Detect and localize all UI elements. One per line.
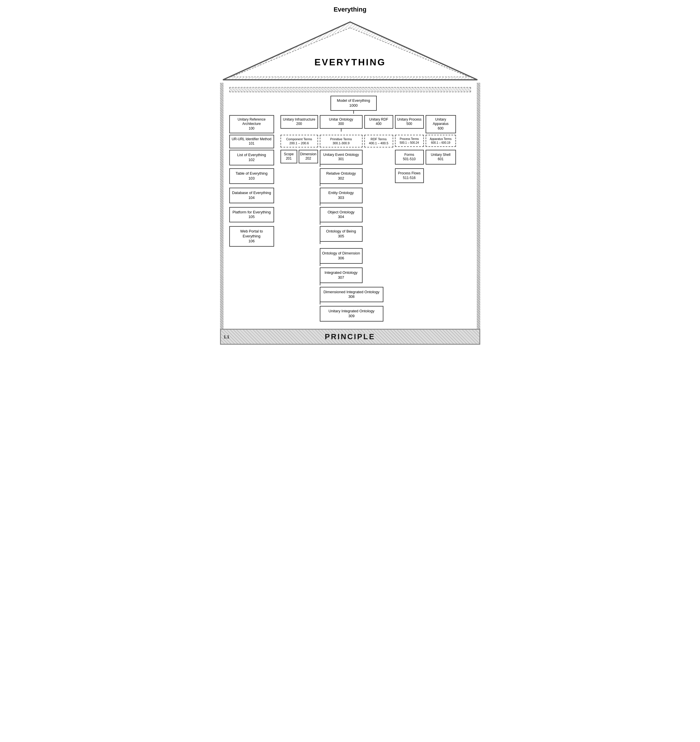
apparatus-terms-box: Apparatus Terms 600.1 – 600.19 — [426, 135, 456, 147]
relative-ontology-box: Relative Ontology 302 — [320, 168, 363, 184]
table-everything-box: Table of Everything 103 — [229, 168, 274, 184]
unitary-event-ontology-box: Unitary Event Ontology 301 — [320, 150, 363, 165]
page-title: Everything — [220, 6, 480, 13]
model-everything-box: Model of Everything 1000 — [331, 96, 377, 111]
roof: EVERYTHING — [220, 19, 480, 83]
primitive-terms-box: Primitive Terms 300.1-300.9 — [320, 135, 363, 148]
integrated-ontology-box: Integrated Ontology 307 — [320, 268, 363, 283]
dimension-box: Dimension 202 — [299, 150, 318, 163]
dimensioned-integrated-box: Dimensioned Integrated Ontology 308 — [320, 287, 383, 302]
ur-url-box: UR-URL Identifier Method 101 — [229, 135, 274, 148]
list-everything-box: List of Everything 102 — [229, 150, 274, 165]
svg-text:EVERYTHING: EVERYTHING — [314, 57, 386, 68]
foundation-label: PRINCIPLE — [325, 332, 375, 341]
unitar-ontology-box: Unitar Ontology 300 — [320, 115, 363, 129]
foundation-version: 1.1 — [224, 334, 229, 339]
object-ontology-box: Object Ontology 304 — [320, 207, 363, 223]
house-diagram: EVERYTHING Model of Everything 1000 — [220, 19, 480, 344]
unitary-rdf-box: Unitary RDF 400 — [364, 115, 393, 129]
unitary-ref-arch-box: Unitary Reference Architecture 100 — [229, 115, 274, 133]
platform-everything-box: Platform for Everything 105 — [229, 207, 274, 223]
unitary-process-box: Unitary Process 500 — [395, 115, 424, 129]
rdf-terms-box: RDF Terms 400.1 – 400.5 — [364, 135, 393, 148]
scope-box: Scope 201 — [281, 150, 297, 163]
forms-box: Forms 501-510 — [395, 150, 424, 165]
svg-marker-2 — [232, 28, 469, 77]
ontology-dimension-box: Ontology of Dimension 306 — [320, 248, 363, 264]
unitary-infra-box: Unitary Infrastructure 200 — [281, 115, 318, 129]
database-everything-box: Database of Everything 104 — [229, 188, 274, 203]
web-portal-box: Web Portal to Everything 106 — [229, 226, 274, 247]
house-body: Model of Everything 1000 Unitary Referen… — [220, 83, 480, 329]
component-terms-box: Component Terms 200.1 – 200.6 — [281, 135, 318, 148]
unitary-shell-box: Unitary Shell 601 — [426, 150, 456, 165]
top-bar — [229, 87, 471, 92]
diagram-content: Model of Everything 1000 Unitary Referen… — [229, 96, 478, 322]
ontology-being-box: Ontology of Being 305 — [320, 226, 363, 242]
unitary-integrated-box: Unitary Integrated Ontology 309 — [320, 306, 383, 322]
process-flows-box: Process Flows 511-516 — [395, 168, 424, 183]
entity-ontology-box: Entity Ontology 303 — [320, 188, 363, 203]
foundation: 1.1 PRINCIPLE — [220, 329, 480, 344]
unitary-apparatus-box: Unitary Apparatus 600 — [426, 115, 456, 133]
process-terms-box: Process Terms 500.1 – 500.24 — [395, 135, 424, 147]
